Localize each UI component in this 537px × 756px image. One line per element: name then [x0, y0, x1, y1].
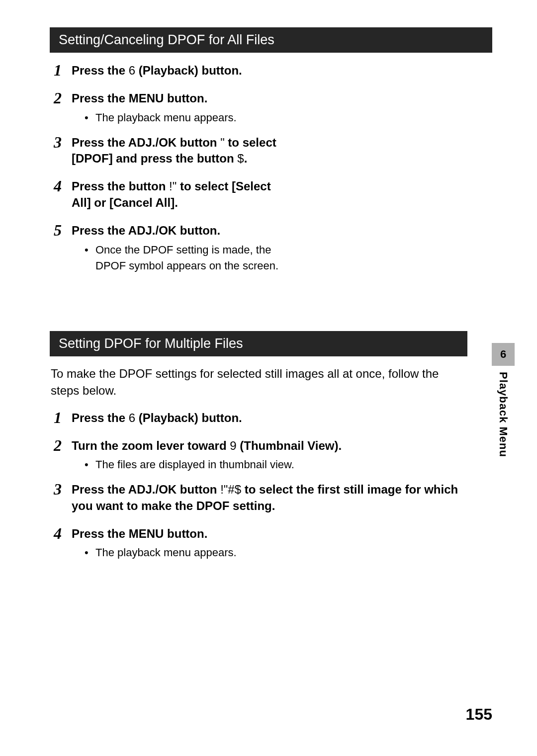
- sub-bullet: The files are displayed in thumbnail vie…: [85, 457, 467, 473]
- step-body: Press the ADJ./OK button " to select [DP…: [72, 134, 492, 170]
- step-number: 4: [54, 525, 72, 561]
- step-number: 1: [54, 409, 72, 429]
- sub-bullet: The playback menu appears.: [85, 545, 467, 561]
- step-title: Turn the zoom lever toward 9 (Thumbnail …: [72, 438, 467, 454]
- step-body: Press the MENU button. The playback menu…: [72, 89, 492, 125]
- step-item: 2 Turn the zoom lever toward 9 (Thumbnai…: [50, 437, 467, 473]
- step-title: Press the ADJ./OK button " to select [DP…: [72, 135, 290, 167]
- section-header-2: Setting DPOF for Multiple Files: [50, 331, 467, 356]
- step-item: 4 Press the MENU button. The playback me…: [50, 525, 467, 561]
- section-gap: [50, 281, 492, 331]
- step-body: Press the 6 (Playback) button.: [72, 409, 467, 429]
- sub-bullet-list: The playback menu appears.: [72, 545, 467, 561]
- step-number: 3: [54, 481, 72, 517]
- step-item: 3 Press the ADJ./OK button !"#$ to selec…: [50, 481, 467, 517]
- chapter-label: Playback Menu: [497, 372, 510, 457]
- step-title: Press the ADJ./OK button.: [72, 223, 290, 239]
- step-number: 2: [54, 437, 72, 473]
- step-title: Press the MENU button.: [72, 526, 467, 542]
- sub-bullet-list: The files are displayed in thumbnail vie…: [72, 457, 467, 473]
- section-intro: To make the DPOF settings for selected s…: [50, 365, 448, 399]
- step-body: Press the ADJ./OK button. Once the DPOF …: [72, 222, 492, 273]
- step-title: Press the ADJ./OK button !"#$ to select …: [72, 482, 467, 514]
- chapter-tab: 6 Playback Menu: [492, 343, 515, 457]
- step-number: 5: [54, 222, 72, 273]
- step-body: Press the MENU button. The playback menu…: [72, 525, 467, 561]
- manual-page: Setting/Canceling DPOF for All Files 1 P…: [0, 0, 537, 756]
- step-item: 2 Press the MENU button. The playback me…: [50, 89, 492, 125]
- page-number: 155: [466, 705, 492, 724]
- step-item: 1 Press the 6 (Playback) button.: [50, 409, 467, 429]
- step-number: 2: [54, 89, 72, 125]
- sub-bullet-list: The playback menu appears.: [72, 110, 492, 126]
- step-number: 4: [54, 177, 72, 214]
- step-title: Press the 6 (Playback) button.: [72, 410, 467, 426]
- step-body: Turn the zoom lever toward 9 (Thumbnail …: [72, 437, 467, 473]
- step-item: 4 Press the button !" to select [Select …: [50, 177, 492, 214]
- step-title: Press the MENU button.: [72, 90, 290, 106]
- step-body: Press the 6 (Playback) button.: [72, 62, 492, 82]
- step-item: 5 Press the ADJ./OK button. Once the DPO…: [50, 222, 492, 273]
- sub-bullet-list: Once the DPOF setting is made, the DPOF …: [72, 242, 492, 274]
- step-list-2: 1 Press the 6 (Playback) button. 2 Turn …: [50, 409, 467, 561]
- section-header-1: Setting/Canceling DPOF for All Files: [50, 27, 492, 53]
- sub-bullet: Once the DPOF setting is made, the DPOF …: [85, 242, 303, 274]
- step-number: 1: [54, 62, 72, 82]
- step-list-1: 1 Press the 6 (Playback) button. 2 Press…: [50, 62, 492, 273]
- step-item: 3 Press the ADJ./OK button " to select […: [50, 134, 492, 170]
- step-body: Press the button !" to select [Select Al…: [72, 177, 492, 214]
- chapter-number-box: 6: [492, 343, 515, 366]
- step-title: Press the button !" to select [Select Al…: [72, 178, 290, 211]
- step-number: 3: [54, 134, 72, 170]
- step-title: Press the 6 (Playback) button.: [72, 63, 290, 79]
- step-body: Press the ADJ./OK button !"#$ to select …: [72, 481, 467, 517]
- sub-bullet: The playback menu appears.: [85, 110, 303, 126]
- step-item: 1 Press the 6 (Playback) button.: [50, 62, 492, 82]
